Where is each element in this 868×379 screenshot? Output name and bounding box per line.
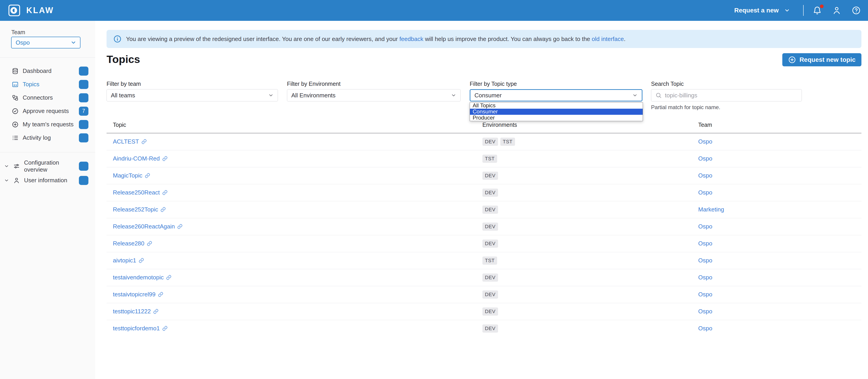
team-link[interactable]: Marketing [698,206,724,213]
topic-link[interactable]: ACLTEST [113,138,147,145]
filter-environment-select[interactable]: All Environments [287,89,461,101]
user-icon [832,6,841,15]
sidebar-item-dashboard[interactable]: Dashboard [0,64,95,78]
team-link[interactable]: Ospo [698,240,712,247]
topic-link[interactable]: Release250React [113,189,168,196]
table-row: Release280 DEV Ospo [106,235,861,252]
feedback-link[interactable]: feedback [399,36,424,42]
topic-link[interactable]: Aindriu-COM-Red [113,155,168,162]
team-select-value: Ospo [16,39,30,46]
pending-requests-badge: 7 [79,107,88,116]
plus-circle-icon [788,56,796,64]
topic-name: Release280 [113,240,145,247]
team-link[interactable]: Ospo [698,223,712,230]
topic-link[interactable]: testaivendemotopic [113,274,172,281]
sliders-icon [13,163,20,170]
sidebar-item-label: Approve requests [23,108,69,114]
dropdown-option-producer[interactable]: Producer [470,115,643,121]
link-icon [177,224,183,229]
table-row: ACLTEST DEVTST Ospo [106,133,861,150]
connector-icon [12,94,19,101]
header-divider [803,5,804,16]
team-link[interactable]: Ospo [698,155,712,162]
chevron-down-icon [70,40,76,45]
request-a-new-menu-button[interactable]: Request a new [734,7,790,14]
environment-badge: DEV [483,240,498,248]
link-icon [147,241,152,246]
topic-link[interactable]: testaivtopicrel99 [113,291,163,298]
chevron-down-icon[interactable] [4,164,9,169]
team-link[interactable]: Ospo [698,308,712,315]
sidebar-item-activity-log[interactable]: Activity log [0,131,95,144]
pending-requests-badge [79,93,88,102]
topic-link[interactable]: MagicTopic [113,172,150,179]
klaw-brand[interactable]: KLAW [0,4,54,16]
topic-name: testtopicfordemo1 [113,325,160,332]
environment-badge: DEV [483,172,498,180]
help-button[interactable] [850,4,862,16]
user-icon [13,177,20,184]
notifications-button[interactable] [811,4,823,16]
team-link[interactable]: Ospo [698,138,712,145]
sidebar-item-label: Configuration overview [24,159,75,173]
sidebar-item-configuration-overview[interactable]: Configuration overview [0,159,95,173]
dropdown-option-all-topics[interactable]: All Topics [470,103,643,109]
link-icon [158,291,163,297]
team-select[interactable]: Ospo [11,37,81,48]
sidebar-divider [0,58,95,58]
sidebar-item-topics[interactable]: Topics [0,78,95,91]
sidebar-secondary-nav: Configuration overview User information [0,159,95,187]
filter-topic-type-select[interactable]: Consumer [470,89,643,101]
environment-badge: DEV [483,324,498,333]
topic-name: Release260ReactAgain [113,223,175,230]
team-link[interactable]: Ospo [698,172,712,179]
sidebar-item-connectors[interactable]: Connectors [0,91,95,104]
sidebar-item-approve-requests[interactable]: Approve requests 7 [0,104,95,118]
notification-dot [820,4,824,8]
dropdown-option-consumer[interactable]: Consumer [470,109,643,115]
request-new-topic-label: Request new topic [800,56,856,63]
environment-badge: DEV [483,307,498,316]
topic-link[interactable]: aivtopic1 [113,257,144,264]
filter-topic-type-value: Consumer [474,92,502,99]
banner-text-part: will help us improve the product. You ca… [423,36,592,42]
old-interface-link[interactable]: old interface [592,36,624,42]
pending-requests-badge [79,133,88,142]
chevron-down-icon[interactable] [4,178,9,183]
table-row: MagicTopic DEV Ospo [106,167,861,184]
environment-badge: DEV [483,206,498,214]
sidebar-item-my-team-s-requests[interactable]: My team's requests [0,118,95,131]
page-title: Topics [106,53,140,65]
team-link[interactable]: Ospo [698,291,712,298]
topic-link[interactable]: testtopic11222 [113,308,159,315]
topic-link[interactable]: Release280 [113,240,152,247]
team-link[interactable]: Ospo [698,257,712,264]
request-a-new-label: Request a new [734,7,779,14]
topic-link[interactable]: Release252Topic [113,206,166,213]
topic-link[interactable]: testtopicfordemo1 [113,325,168,332]
team-link[interactable]: Ospo [698,325,712,332]
preview-info-banner: You are viewing a preview of the redesig… [106,30,861,48]
team-link[interactable]: Ospo [698,189,712,196]
topic-name: testtopic11222 [113,308,151,315]
link-icon [162,156,168,162]
table-row: aivtopic1 TST Ospo [106,252,861,269]
link-icon [153,309,159,314]
environment-badge: TST [483,154,497,163]
request-new-topic-button[interactable]: Request new topic [782,53,861,66]
sidebar: Team Ospo Dashboard Topics Connectors A [0,21,95,379]
team-link[interactable]: Ospo [698,274,712,281]
search-topic-input[interactable]: topic-billings [651,89,802,101]
sidebar-item-label: Connectors [23,94,53,101]
sidebar-item-user-information[interactable]: User information [0,173,95,187]
topic-name: ACLTEST [113,138,139,145]
search-topic-label: Search Topic [651,80,684,87]
profile-button[interactable] [831,4,843,16]
column-header-team: Team [692,117,861,133]
code-window-icon [12,81,19,88]
topic-link[interactable]: Release260ReactAgain [113,223,183,230]
filter-team-select[interactable]: All teams [106,89,278,101]
link-icon [166,275,172,280]
search-icon [655,92,662,99]
filter-team-value: All teams [111,92,135,99]
